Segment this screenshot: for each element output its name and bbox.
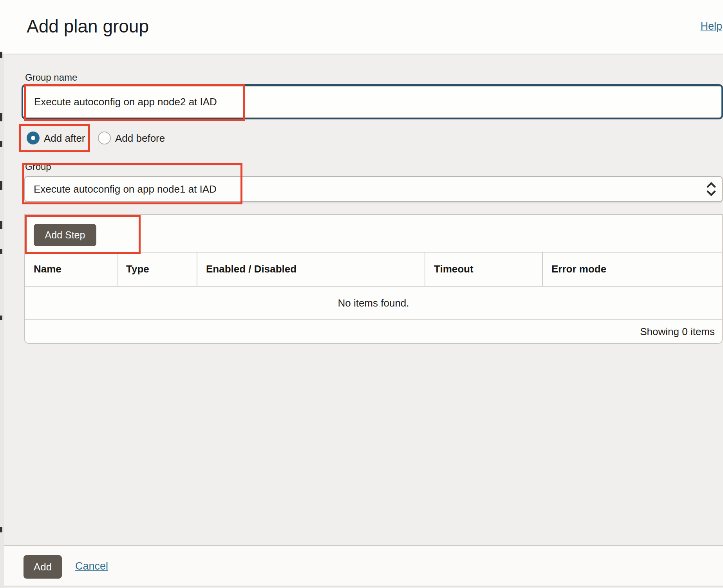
- cancel-link[interactable]: Cancel: [75, 560, 108, 572]
- column-header-name: Name: [25, 253, 117, 286]
- column-header-error-mode: Error mode: [543, 253, 722, 286]
- page-header: Add plan group Help: [4, 0, 723, 54]
- table-summary: Showing 0 items: [25, 319, 722, 343]
- radio-unselected-icon[interactable]: [98, 132, 111, 144]
- clipped-text-fragment: [0, 113, 2, 121]
- clipped-text-fragment: [0, 316, 2, 320]
- add-button[interactable]: Add: [23, 555, 62, 579]
- column-header-enabled: Enabled / Disabled: [197, 253, 425, 286]
- column-header-type: Type: [117, 253, 197, 286]
- radio-add-after-label: Add after: [44, 132, 85, 145]
- group-label: Group: [25, 161, 51, 172]
- group-select-value: Execute autoconfig on app node1 at IAD: [34, 177, 217, 201]
- group-name-input[interactable]: [22, 84, 723, 119]
- steps-table-header: Name Type Enabled / Disabled Timeout Err…: [25, 252, 722, 286]
- position-radio-group: Add after Add before: [0, 132, 723, 144]
- underlying-page-edge: [0, 0, 4, 588]
- empty-table-message: No items found.: [25, 286, 722, 319]
- steps-toolbar: Add Step: [25, 215, 722, 252]
- group-select[interactable]: Execute autoconfig on app node1 at IAD: [24, 176, 723, 202]
- add-plan-group-page: Add plan group Help Group name Add after…: [0, 0, 723, 588]
- group-name-label: Group name: [25, 72, 77, 83]
- clipped-text-fragment: [0, 52, 2, 58]
- add-step-button[interactable]: Add Step: [34, 224, 96, 246]
- select-updown-icon: [706, 181, 716, 197]
- help-link[interactable]: Help: [700, 20, 722, 32]
- clipped-text-fragment: [0, 527, 2, 532]
- steps-table: Add Step Name Type Enabled / Disabled Ti…: [24, 214, 723, 344]
- clipped-text-fragment: [0, 249, 2, 254]
- radio-add-before-label: Add before: [115, 132, 165, 145]
- page-title: Add plan group: [27, 16, 149, 37]
- clipped-text-fragment: [0, 221, 2, 229]
- clipped-text-fragment: [0, 181, 2, 190]
- underlying-scrollbar[interactable]: [1, 0, 4, 588]
- column-header-timeout: Timeout: [425, 253, 543, 286]
- radio-selected-icon[interactable]: [27, 132, 40, 144]
- action-bar: Add Cancel: [4, 545, 723, 586]
